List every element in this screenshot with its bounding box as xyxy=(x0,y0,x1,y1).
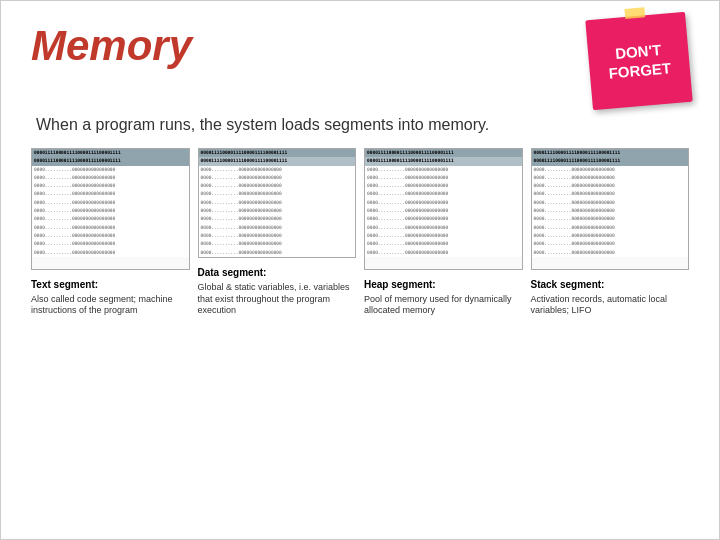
text-segment-label: Text segment: xyxy=(31,279,98,290)
segments-container: 00001111000011110000111100001111 0000111… xyxy=(31,148,689,317)
sticky-note: DON'T FORGET xyxy=(585,12,692,110)
data-segment-label-area: Data segment: Global & static variables,… xyxy=(198,262,357,317)
data-segment-label: Data segment: xyxy=(198,267,267,278)
data-segment-col: 00001111000011110000111100001111 0000111… xyxy=(198,148,357,317)
heap-memory-block: 00001111000011110000111100001111 0000111… xyxy=(364,148,523,270)
page-title: Memory xyxy=(31,21,192,71)
heap-segment-col: 00001111000011110000111100001111 0000111… xyxy=(364,148,523,317)
stack-memory-block: 00001111000011110000111100001111 0000111… xyxy=(531,148,690,270)
slide: Memory DON'T FORGET When a program runs,… xyxy=(0,0,720,540)
heap-segment-label-area: Heap segment: Pool of memory used for dy… xyxy=(364,274,523,317)
text-memory-block: 00001111000011110000111100001111 0000111… xyxy=(31,148,190,270)
data-memory-block: 00001111000011110000111100001111 0000111… xyxy=(198,148,357,258)
stack-segment-desc: Activation records, automatic local vari… xyxy=(531,294,690,317)
header-area: Memory DON'T FORGET xyxy=(31,21,689,106)
text-segment-col: 00001111000011110000111100001111 0000111… xyxy=(31,148,190,317)
stack-segment-label: Stack segment: xyxy=(531,279,605,290)
sticky-line2: FORGET xyxy=(608,58,672,83)
text-segment-desc: Also called code segment; machine instru… xyxy=(31,294,190,317)
stack-segment-col: 00001111000011110000111100001111 0000111… xyxy=(531,148,690,317)
heap-segment-desc: Pool of memory used for dynamically allo… xyxy=(364,294,523,317)
text-segment-label-area: Text segment: Also called code segment; … xyxy=(31,274,190,317)
heap-segment-label: Heap segment: xyxy=(364,279,436,290)
stack-segment-label-area: Stack segment: Activation records, autom… xyxy=(531,274,690,317)
data-segment-desc: Global & static variables, i.e. variable… xyxy=(198,282,357,317)
subtitle-text: When a program runs, the system loads se… xyxy=(36,116,689,134)
